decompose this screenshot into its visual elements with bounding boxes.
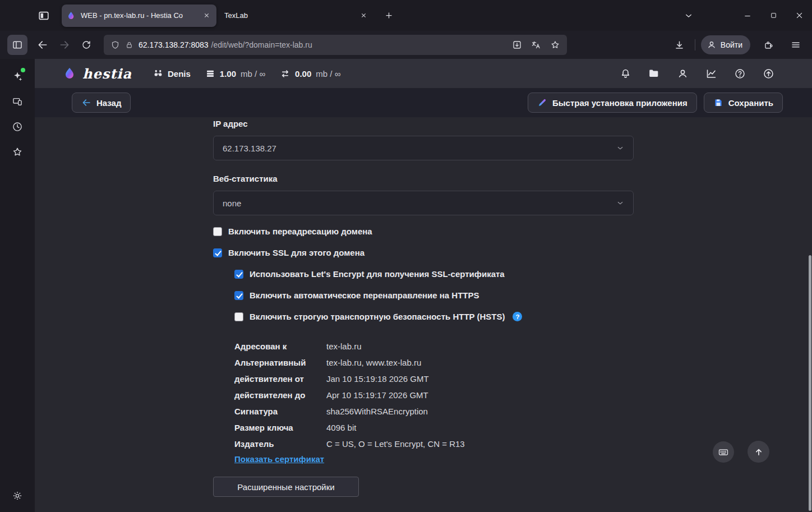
lock-icon[interactable] [125, 41, 133, 49]
history-clock-icon[interactable] [8, 117, 27, 136]
tab-texlab[interactable]: TexLab [219, 4, 373, 27]
tab-close-icon[interactable] [358, 10, 369, 21]
help-question-icon[interactable] [733, 67, 746, 80]
checkbox-box[interactable] [234, 312, 243, 321]
ai-chatbot-icon[interactable] [8, 67, 27, 86]
info-label: Размер ключа [234, 419, 326, 436]
bookmark-star-icon[interactable] [550, 40, 560, 50]
checkbox-box[interactable] [234, 270, 243, 279]
firefox-view-icon[interactable] [35, 7, 53, 25]
spacer [213, 160, 812, 174]
url-bar[interactable]: 62.173.138.27:8083/edit/web/?domain=tex-… [104, 35, 567, 55]
info-label: Сигнатура [234, 403, 326, 419]
toolbar-divider [695, 39, 695, 50]
spacer [213, 215, 812, 227]
list-tabs-chevron-icon[interactable] [677, 6, 700, 26]
checkbox-label: Включить строгую транспортную безопаснос… [250, 312, 505, 321]
quick-install-button[interactable]: Быстрая установка приложения [528, 93, 697, 113]
new-tab-button[interactable] [379, 6, 398, 25]
checkbox-box[interactable] [213, 227, 222, 236]
info-value: C = US, O = Let's Encrypt, CN = R13 [326, 436, 812, 452]
info-value: sha256WithRSAEncryption [326, 403, 812, 419]
tab-title: TexLab [224, 11, 353, 20]
back-button[interactable]: Назад [72, 93, 131, 113]
info-label: действителен от [234, 371, 326, 387]
ssl-certificate-info: Адресован к tex-lab.ru Альтернативный te… [234, 338, 812, 452]
info-label: Адресован к [234, 338, 326, 354]
navbar-right: Войти [667, 35, 805, 54]
users-icon[interactable] [676, 67, 689, 80]
back-icon[interactable] [33, 35, 52, 54]
checkbox-lets-encrypt[interactable]: Использовать Let's Encrypt для получения… [234, 269, 812, 279]
notifications-bell-icon[interactable] [619, 67, 632, 80]
ip-label: IP адрес [213, 119, 812, 128]
page-scrollbar[interactable] [809, 255, 811, 511]
checkbox-label: Включить автоматическое перенаправление … [250, 290, 479, 300]
translate-icon[interactable] [531, 40, 541, 50]
checkbox-label: Использовать Let's Encrypt для получения… [250, 269, 505, 279]
ip-select[interactable]: 62.173.138.27 [213, 136, 634, 160]
quick-install-label: Быстрая установка приложения [552, 98, 688, 108]
checkbox-domain-redirect[interactable]: Включить переадресацию домена [213, 227, 812, 236]
downloads-icon[interactable] [670, 35, 689, 54]
save-page-icon[interactable] [512, 40, 522, 50]
show-certificate-link[interactable]: Показать сертификат [234, 454, 324, 464]
minimize-button[interactable] [735, 4, 760, 27]
hestia-panel: hestia Denis 1.00 mb / ∞ 0.00 mb / ∞ [35, 59, 812, 512]
account-icon [707, 40, 717, 50]
login-label: Войти [721, 40, 742, 49]
checkbox-box[interactable] [234, 291, 243, 300]
bandwidth-usage: 0.00 mb / ∞ [280, 68, 340, 79]
hestia-header: hestia Denis 1.00 mb / ∞ 0.00 mb / ∞ [35, 59, 812, 88]
info-value: Jan 10 15:19:18 2026 GMT [326, 371, 812, 387]
hestia-favicon [67, 11, 76, 20]
file-manager-folder-icon[interactable] [647, 67, 661, 80]
maximize-button[interactable] [760, 4, 786, 27]
synced-tabs-icon[interactable] [8, 92, 27, 111]
info-value: 4096 bit [326, 419, 812, 436]
user-name: Denis [168, 69, 191, 79]
hsts-help-icon[interactable]: ? [513, 312, 522, 321]
save-button[interactable]: Сохранить [704, 93, 783, 113]
reload-icon[interactable] [77, 35, 96, 54]
browser-tab-strip: WEB - pn.tex-lab.ru - Hestia Co TexLab [0, 0, 812, 31]
url-host: 62.173.138.27:8083 [139, 40, 209, 49]
menu-hamburger-icon[interactable] [786, 35, 805, 54]
window-controls [677, 4, 812, 27]
on-screen-keyboard-button[interactable] [713, 441, 734, 463]
tracking-shield-icon[interactable] [110, 40, 120, 50]
user-indicator[interactable]: Denis [153, 68, 191, 79]
hestia-logo-text: hestia [82, 66, 132, 82]
sidebar-toggle-icon[interactable] [7, 35, 27, 55]
bandwidth-limit: mb / ∞ [316, 69, 340, 79]
extensions-icon[interactable] [759, 35, 778, 54]
info-label: Издатель [234, 436, 326, 452]
info-value: tex-lab.ru, www.tex-lab.ru [326, 354, 812, 371]
account-login-button[interactable]: Войти [701, 35, 750, 54]
webstats-select[interactable]: none [213, 191, 634, 215]
statistics-chart-icon[interactable] [704, 67, 718, 80]
info-label: Альтернативный [234, 354, 326, 371]
bookmarks-star-icon[interactable] [8, 142, 27, 162]
hestia-logo[interactable]: hestia [64, 66, 132, 82]
notification-dot [21, 68, 25, 72]
tab-hestia[interactable]: WEB - pn.tex-lab.ru - Hestia Co [62, 4, 216, 27]
info-value: Apr 10 15:19:17 2026 GMT [326, 387, 812, 403]
disk-value: 1.00 [220, 69, 236, 79]
advanced-settings-button[interactable]: Расширенные настройки [213, 477, 359, 497]
settings-gear-icon[interactable] [8, 486, 27, 505]
forward-icon[interactable] [55, 35, 74, 54]
disk-usage: 1.00 mb / ∞ [205, 68, 265, 79]
scroll-to-top-button[interactable] [748, 441, 769, 463]
checkbox-hsts[interactable]: Включить строгую транспортную безопаснос… [234, 312, 812, 321]
checkbox-https-redirect[interactable]: Включить автоматическое перенаправление … [234, 290, 812, 300]
page-toolbar: Назад Быстрая установка приложения Сохра… [35, 88, 812, 117]
urlbar-actions [512, 40, 560, 50]
checkbox-box[interactable] [213, 248, 222, 257]
checkbox-enable-ssl[interactable]: Включить SSL для этого домена [213, 248, 812, 257]
close-window-button[interactable] [786, 4, 812, 27]
bandwidth-value: 0.00 [295, 69, 311, 79]
tab-close-icon[interactable] [201, 10, 212, 21]
logout-icon[interactable] [762, 67, 775, 80]
header-icons [619, 67, 775, 80]
